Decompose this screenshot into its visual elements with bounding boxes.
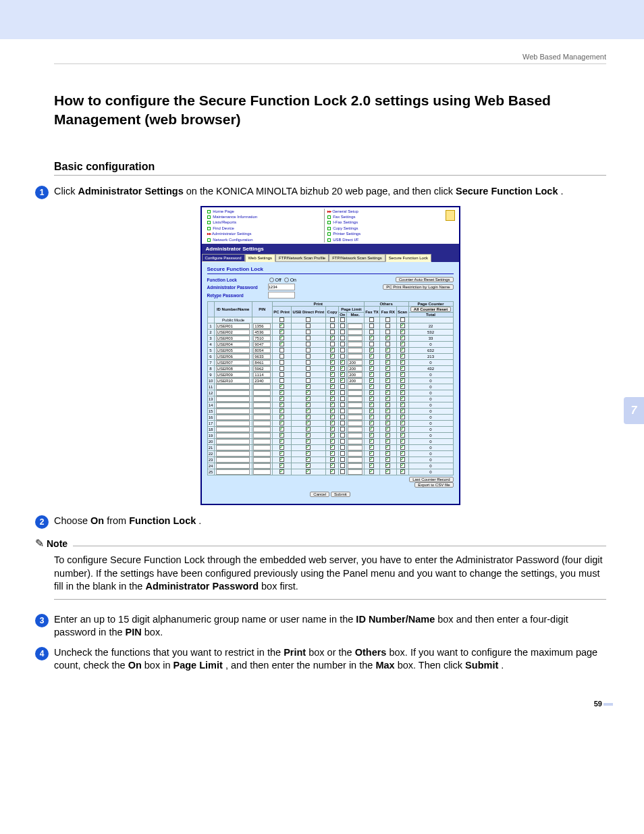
checkbox[interactable] xyxy=(385,378,390,383)
checkbox[interactable] xyxy=(369,317,374,322)
checkbox[interactable] xyxy=(330,384,335,389)
name-input[interactable] xyxy=(216,378,250,384)
nav-right-item[interactable]: USB Direct I/F xyxy=(327,237,441,242)
pin-input[interactable] xyxy=(253,409,271,414)
checkbox[interactable] xyxy=(340,360,345,365)
checkbox[interactable] xyxy=(306,463,311,468)
name-input[interactable] xyxy=(216,372,250,377)
checkbox[interactable] xyxy=(400,402,405,407)
checkbox[interactable] xyxy=(369,415,374,419)
pin-input[interactable] xyxy=(253,451,271,457)
pin-input[interactable] xyxy=(253,427,271,432)
max-input[interactable] xyxy=(348,409,363,414)
checkbox[interactable] xyxy=(385,348,390,353)
pin-input[interactable] xyxy=(253,342,271,347)
max-input[interactable] xyxy=(348,354,363,359)
checkbox[interactable] xyxy=(279,396,284,401)
last-counter-record-button[interactable]: Last Counter Record xyxy=(409,477,453,482)
pin-input[interactable] xyxy=(253,421,271,426)
checkbox[interactable] xyxy=(340,433,345,438)
checkbox[interactable] xyxy=(400,384,405,389)
checkbox[interactable] xyxy=(306,390,311,395)
checkbox[interactable] xyxy=(279,451,284,456)
checkbox[interactable] xyxy=(340,384,345,389)
max-input[interactable] xyxy=(348,415,363,420)
checkbox[interactable] xyxy=(279,439,284,444)
checkbox[interactable] xyxy=(385,390,390,395)
checkbox[interactable] xyxy=(306,342,311,346)
nav-right-item[interactable]: Fax Settings xyxy=(327,214,441,219)
checkbox[interactable] xyxy=(330,354,335,359)
checkbox[interactable] xyxy=(400,317,405,322)
checkbox[interactable] xyxy=(385,415,390,419)
checkbox[interactable] xyxy=(330,415,335,419)
max-input[interactable] xyxy=(348,469,363,475)
checkbox[interactable] xyxy=(340,445,345,450)
pin-input[interactable] xyxy=(253,439,271,444)
name-input[interactable] xyxy=(216,439,250,444)
checkbox[interactable] xyxy=(400,451,405,456)
max-input[interactable] xyxy=(348,445,363,450)
name-input[interactable] xyxy=(216,451,250,457)
nav-left-item[interactable]: Network Configuration xyxy=(207,237,321,242)
name-input[interactable] xyxy=(216,427,250,432)
nav-right-item[interactable]: Copy Settings xyxy=(327,226,441,231)
checkbox[interactable] xyxy=(369,451,374,456)
checkbox[interactable] xyxy=(306,402,311,407)
checkbox[interactable] xyxy=(306,439,311,444)
max-input[interactable] xyxy=(348,342,363,347)
checkbox[interactable] xyxy=(400,421,405,425)
checkbox[interactable] xyxy=(330,396,335,401)
checkbox[interactable] xyxy=(400,330,405,334)
checkbox[interactable] xyxy=(330,366,335,371)
checkbox[interactable] xyxy=(279,415,284,419)
checkbox[interactable] xyxy=(330,445,335,450)
checkbox[interactable] xyxy=(369,469,374,474)
max-input[interactable] xyxy=(348,402,363,408)
checkbox[interactable] xyxy=(340,457,345,462)
checkbox[interactable] xyxy=(385,330,390,334)
max-input[interactable] xyxy=(348,372,363,377)
checkbox[interactable] xyxy=(306,427,311,432)
checkbox[interactable] xyxy=(369,323,374,328)
checkbox[interactable] xyxy=(306,366,311,371)
cancel-button[interactable]: Cancel xyxy=(310,492,329,497)
checkbox[interactable] xyxy=(369,360,374,365)
name-input[interactable] xyxy=(216,433,250,438)
name-input[interactable] xyxy=(216,421,250,426)
checkbox[interactable] xyxy=(330,439,335,444)
checkbox[interactable] xyxy=(369,348,374,353)
name-input[interactable] xyxy=(216,457,250,463)
checkbox[interactable] xyxy=(330,390,335,395)
max-input[interactable] xyxy=(348,336,363,341)
pin-input[interactable] xyxy=(253,384,271,390)
name-input[interactable] xyxy=(216,445,250,450)
checkbox[interactable] xyxy=(306,409,311,413)
checkbox[interactable] xyxy=(400,348,405,353)
checkbox[interactable] xyxy=(340,354,345,359)
checkbox[interactable] xyxy=(306,384,311,389)
checkbox[interactable] xyxy=(330,378,335,383)
checkbox[interactable] xyxy=(306,445,311,450)
checkbox[interactable] xyxy=(400,469,405,474)
checkbox[interactable] xyxy=(279,330,284,334)
checkbox[interactable] xyxy=(279,421,284,425)
checkbox[interactable] xyxy=(400,427,405,432)
checkbox[interactable] xyxy=(340,396,345,401)
max-input[interactable] xyxy=(348,451,363,457)
checkbox[interactable] xyxy=(369,378,374,383)
checkbox[interactable] xyxy=(369,336,374,340)
checkbox[interactable] xyxy=(369,372,374,377)
nav-right-item[interactable]: Printer Settings xyxy=(327,231,441,236)
pin-input[interactable] xyxy=(253,336,271,341)
checkbox[interactable] xyxy=(340,378,345,383)
max-input[interactable] xyxy=(348,439,363,444)
checkbox[interactable] xyxy=(306,421,311,425)
checkbox[interactable] xyxy=(400,342,405,346)
radio-on[interactable] xyxy=(284,278,289,282)
checkbox[interactable] xyxy=(385,469,390,474)
checkbox[interactable] xyxy=(330,323,335,328)
nav-left-item[interactable]: Find Device xyxy=(207,226,321,231)
max-input[interactable] xyxy=(348,421,363,426)
max-input[interactable] xyxy=(348,390,363,396)
